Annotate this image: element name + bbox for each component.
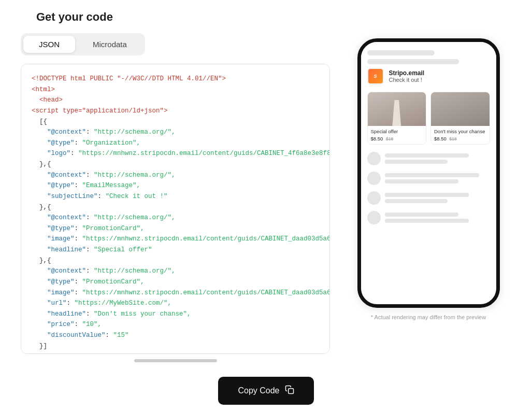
sk-line-4b: [385, 219, 469, 223]
code-doctype: <!DOCTYPE html PUBLIC "-//W3C//DTD HTML …: [32, 75, 226, 82]
skeleton-lines-3: [385, 193, 490, 203]
email-sender: Stripo.email: [389, 69, 425, 77]
code-val-12: "PromotionCard",: [82, 278, 145, 286]
code-script-close: </script>: [32, 353, 75, 354]
code-type-2: "@type": [39, 182, 75, 189]
product-image-2: [431, 92, 490, 126]
code-val-8: "PromotionCard",: [82, 225, 145, 232]
skeleton-section: [367, 152, 490, 224]
product-label-2: Don't miss your chanse: [434, 129, 486, 134]
tab-json[interactable]: JSON: [23, 36, 75, 53]
code-val-6: "Check it out !": [106, 193, 168, 200]
skeleton-dot-4: [367, 211, 381, 224]
code-image-2: "image": [39, 289, 75, 296]
left-panel: JSON Microdata <!DOCTYPE html PUBLIC "-/…: [21, 33, 330, 362]
product-card-2: Don't miss your chanse $8.50 $18: [430, 92, 490, 145]
code-context-4: "@context": [39, 267, 86, 275]
price-original-1: $18: [386, 136, 393, 141]
code-type-1: "@type": [39, 139, 75, 147]
product-label-1: Special offer: [371, 129, 423, 134]
product-card-1: Special offer $8.50 $18: [367, 92, 427, 145]
code-script-open: <script type="application/ld+json">: [32, 107, 168, 115]
code-url: "url": [39, 300, 67, 307]
copy-code-button[interactable]: Copy Code: [218, 377, 313, 405]
sk-line-4a: [385, 212, 458, 217]
email-subject: Check it out !: [389, 77, 425, 83]
sk-line-3a: [385, 193, 469, 197]
skeleton-item-4: [367, 211, 490, 224]
phone-frame: S Stripo.email Check it out ! Special of: [357, 38, 500, 308]
scrollbar-indicator: [134, 359, 217, 362]
code-box[interactable]: <!DOCTYPE html PUBLIC "-//W3C//DTD HTML …: [21, 64, 330, 354]
skeleton-lines-2: [385, 173, 490, 183]
page-title: Get your code: [36, 10, 113, 24]
code-val-15: "Don't miss your chanse",: [94, 310, 191, 318]
email-logo: S: [367, 68, 384, 84]
code-context-3: "@context": [39, 214, 86, 221]
code-val-16: "10",: [82, 321, 102, 328]
code-context-1: "@context": [39, 129, 86, 136]
code-headline-1: "headline": [39, 246, 86, 253]
copy-code-label: Copy Code: [238, 386, 279, 395]
price-current-2: $8.50: [434, 136, 447, 141]
code-image-1: "image": [39, 235, 75, 243]
preview-note: * Actual rendering may differ from the p…: [371, 314, 486, 320]
skeleton-item-1: [367, 152, 490, 165]
code-headline-2: "headline": [39, 310, 86, 318]
skeleton-lines-4: [385, 212, 490, 223]
code-type-4: "@type": [39, 278, 75, 286]
email-header-text: Stripo.email Check it out !: [389, 69, 425, 83]
sk-line-2b: [385, 179, 458, 183]
sk-line-1a: [385, 153, 469, 158]
product-info-1: Special offer $8.50 $18: [368, 126, 426, 144]
code-subject: "subjectLine": [39, 193, 98, 200]
code-val-10: "Special offer": [94, 246, 152, 253]
code-val-2: "Organization",: [82, 139, 141, 147]
sk-line-1b: [385, 160, 448, 164]
code-val-5: "EmailMessage",: [82, 182, 141, 189]
code-array-open: [{: [32, 118, 47, 125]
skeleton-dot-2: [367, 172, 381, 185]
code-val-4: "http://schema.org/",: [94, 172, 176, 179]
phone-inner: S Stripo.email Check it out ! Special of: [361, 42, 496, 236]
skeleton-top-2: [367, 59, 459, 64]
product-image-1: [368, 92, 426, 126]
email-logo-inner: S: [368, 69, 383, 83]
code-head-open: <head>: [32, 96, 63, 104]
code-val-7: "http://schema.org/",: [94, 214, 176, 221]
skeleton-dot-1: [367, 152, 381, 165]
code-logo: "logo": [39, 150, 70, 157]
code-html-open: <html>: [32, 86, 55, 93]
skeleton-item-3: [367, 191, 490, 205]
skeleton-top-1: [367, 50, 435, 55]
skeleton-item-2: [367, 172, 490, 185]
copy-icon: [285, 385, 294, 396]
product-cards: Special offer $8.50 $18 Don't miss your …: [367, 92, 490, 145]
product-price-2: $8.50 $18: [434, 136, 486, 141]
code-val-13: "https://mnhwnz.stripocdn.email/content/…: [82, 289, 330, 296]
product-price-1: $8.50 $18: [371, 136, 423, 141]
code-val-14: "https://MyWebSite.com/",: [75, 300, 172, 307]
page-wrapper: Get your code JSON Microdata <!DOCTYPE h…: [21, 10, 511, 405]
code-val-17: "15": [113, 332, 129, 339]
tab-bar: JSON Microdata: [21, 33, 145, 55]
tab-microdata[interactable]: Microdata: [77, 36, 142, 53]
main-content: JSON Microdata <!DOCTYPE html PUBLIC "-/…: [21, 33, 511, 362]
price-original-2: $18: [449, 136, 456, 141]
sk-line-2a: [385, 173, 480, 177]
skeleton-lines-1: [385, 153, 490, 164]
right-panel: S Stripo.email Check it out ! Special of: [346, 33, 511, 362]
svg-rect-0: [288, 389, 293, 394]
copy-code-wrapper: Copy Code: [21, 377, 511, 405]
sk-line-3b: [385, 199, 448, 203]
code-val-1: "http://schema.org/",: [94, 129, 176, 136]
price-current-1: $8.50: [371, 136, 383, 141]
code-type-3: "@type": [39, 225, 75, 232]
skeleton-dot-3: [367, 191, 381, 205]
code-val-9: "https://mnhwnz.stripocdn.email/content/…: [82, 235, 330, 243]
code-context-2: "@context": [39, 172, 86, 179]
code-val-11: "http://schema.org/",: [94, 267, 176, 275]
product-info-2: Don't miss your chanse $8.50 $18: [431, 126, 490, 144]
code-price: "price": [39, 321, 75, 328]
code-discount: "discountValue": [39, 332, 106, 339]
